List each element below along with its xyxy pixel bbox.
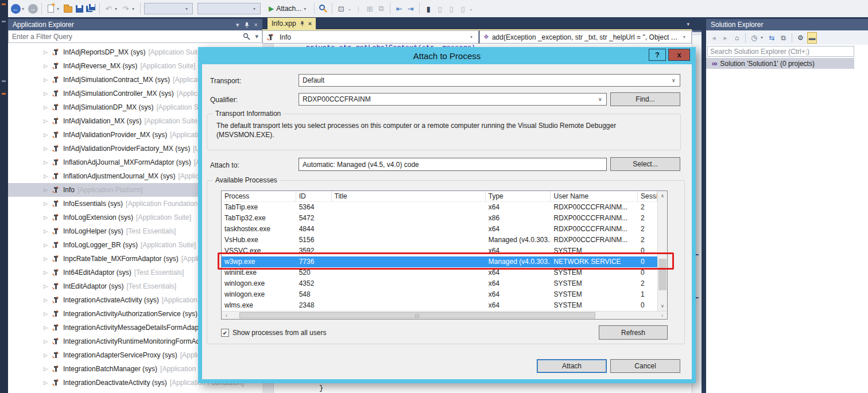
member-dropdown-caret-icon[interactable]: ▾: [683, 34, 688, 40]
expand-chevron-icon[interactable]: ▷: [44, 297, 52, 303]
start-debug-attach-button[interactable]: ▶ Attach... ▾: [266, 2, 311, 15]
scroll-right-icon[interactable]: ›: [657, 312, 667, 319]
back-button[interactable]: ◂: [709, 32, 719, 44]
expand-chevron-icon[interactable]: ▷: [44, 366, 52, 372]
expand-chevron-icon[interactable]: ▷: [44, 256, 52, 262]
expand-chevron-icon[interactable]: ▷: [44, 311, 52, 317]
expand-chevron-icon[interactable]: ▷: [44, 146, 52, 151]
new-item-button[interactable]: [45, 2, 56, 15]
process-row[interactable]: winlogon.exe4352x64SYSTEM2: [222, 278, 657, 289]
expand-chevron-icon[interactable]: ▷: [44, 63, 52, 69]
close-icon[interactable]: ×: [254, 21, 258, 28]
solution-search-box[interactable]: [707, 46, 854, 57]
transport-combobox[interactable]: Default ∨: [299, 74, 680, 87]
combo-caret-icon[interactable]: ∨: [672, 77, 676, 83]
redo-button[interactable]: ↷: [121, 2, 131, 15]
column-header-title[interactable]: Title: [332, 191, 486, 201]
window-layout-caret-icon[interactable]: ⌄: [347, 6, 352, 11]
checkbox-checked-icon[interactable]: ✔: [221, 329, 229, 337]
search-icon[interactable]: [243, 33, 250, 40]
navigate-back-caret-icon[interactable]: ▾: [22, 6, 26, 11]
application-explorer-titlebar[interactable]: Application Explorer ▾ ×: [8, 19, 262, 30]
preview-selected-items-toggle[interactable]: ▬: [807, 32, 817, 44]
show-all-users-checkbox-row[interactable]: ✔ Show processes from all users: [221, 329, 326, 337]
solution-search-input[interactable]: [710, 48, 851, 56]
process-row[interactable]: winlogon.exe548x64SYSTEM1: [222, 289, 657, 300]
undo-button[interactable]: ↶: [103, 2, 114, 15]
expand-chevron-icon[interactable]: ▷: [44, 77, 52, 83]
expand-chevron-icon[interactable]: ▷: [44, 132, 52, 138]
open-file-button[interactable]: [63, 2, 73, 15]
refresh-button[interactable]: Refresh: [599, 325, 668, 340]
table-horizontal-scrollbar[interactable]: ‹ ||| ›: [222, 311, 667, 319]
copy-button[interactable]: ⧉: [376, 2, 386, 15]
filter-caret-icon[interactable]: ▾: [761, 35, 765, 40]
expand-chevron-icon[interactable]: ▷: [44, 91, 52, 96]
column-header-id[interactable]: ID: [296, 191, 332, 201]
attach-caret-icon[interactable]: ▾: [304, 6, 308, 11]
expand-chevron-icon[interactable]: ▷: [44, 242, 52, 248]
collapse-all-button[interactable]: ⧉: [778, 32, 788, 44]
next-bookmark-button[interactable]: ▯: [446, 2, 456, 15]
redo-caret-icon[interactable]: ▾: [132, 6, 137, 11]
combo-caret-icon[interactable]: ∨: [598, 96, 603, 102]
pin-icon[interactable]: [244, 22, 250, 28]
forward-button[interactable]: ▸: [720, 32, 730, 44]
expand-chevron-icon[interactable]: ▷: [44, 104, 52, 110]
toolbar-drag-handle[interactable]: ⋮: [353, 2, 363, 15]
sync-with-active-document-button[interactable]: ⇆: [767, 32, 777, 44]
column-header-user-name[interactable]: User Name: [551, 191, 638, 201]
process-row[interactable]: wlms.exe2348x64SYSTEM0: [222, 300, 657, 311]
scroll-down-icon[interactable]: ∨: [658, 301, 667, 311]
dialog-close-button[interactable]: x: [668, 49, 690, 61]
find-in-files-button[interactable]: [318, 2, 328, 15]
splitter-handle[interactable]: [692, 30, 702, 35]
clear-bookmarks-button[interactable]: ▯: [458, 2, 468, 15]
member-dropdown[interactable]: ❖ add(Exception _exception, str _txt, st…: [479, 30, 692, 44]
solution-explorer-titlebar[interactable]: Solution Explorer: [706, 19, 868, 30]
expand-chevron-icon[interactable]: ▷: [44, 228, 52, 234]
expand-chevron-icon[interactable]: ▷: [44, 380, 52, 386]
window-position-caret-icon[interactable]: ▾: [236, 21, 239, 29]
home-button[interactable]: ⌂: [732, 32, 742, 44]
dialog-help-button[interactable]: ?: [649, 49, 666, 61]
attach-button[interactable]: Attach: [537, 359, 607, 373]
column-header-type[interactable]: Type: [486, 191, 551, 201]
expand-chevron-icon[interactable]: ▷: [44, 215, 52, 220]
scrollbar-thumb[interactable]: |||: [239, 312, 595, 318]
expand-chevron-icon[interactable]: ▷: [44, 270, 52, 275]
process-row[interactable]: taskhostex.exe4844x64RDXP00CCCFRAINM...2: [222, 224, 657, 235]
previous-bookmark-button[interactable]: ▯: [435, 2, 445, 15]
column-header-session[interactable]: Session: [638, 191, 657, 201]
close-tab-icon[interactable]: ×: [308, 20, 312, 27]
indent-increase-button[interactable]: ⇥: [405, 2, 416, 15]
properties-wrench-button[interactable]: ⚙: [796, 32, 805, 44]
table-vertical-scrollbar[interactable]: ∧ ∨: [657, 191, 667, 311]
expand-chevron-icon[interactable]: ▷: [44, 325, 52, 330]
search-options-caret-icon[interactable]: ▾: [255, 33, 258, 40]
window-layout-button[interactable]: ⊡: [336, 2, 346, 15]
expand-chevron-icon[interactable]: ▷: [44, 159, 52, 165]
scroll-left-icon[interactable]: ‹: [222, 312, 231, 319]
toolbar-combobox-2[interactable]: ▾: [197, 3, 261, 14]
expand-chevron-icon[interactable]: ▷: [44, 173, 52, 179]
toolbar-combobox-1[interactable]: ▾: [144, 3, 193, 14]
navigate-back-button[interactable]: ←: [10, 2, 21, 15]
scroll-up-icon[interactable]: ∧: [658, 191, 667, 201]
new-folder-button[interactable]: ⊞: [365, 2, 375, 15]
pin-icon[interactable]: [300, 21, 305, 26]
solution-node[interactable]: ∞ Solution 'Solution1' (0 projects): [706, 58, 854, 69]
new-item-caret-icon[interactable]: ▾: [57, 6, 61, 11]
type-dropdown[interactable]: Info ▾: [262, 30, 479, 44]
toolbar-overflow-icon[interactable]: ⌄: [469, 6, 474, 11]
undo-caret-icon[interactable]: ▾: [115, 6, 119, 11]
dialog-titlebar[interactable]: Attach to Process ? x: [198, 47, 696, 64]
toggle-bookmark-button[interactable]: ▮: [423, 2, 433, 15]
process-row[interactable]: VsHub.exe5156Managed (v4.0.303...RDXP00C…: [222, 235, 657, 246]
column-header-process[interactable]: Process: [222, 191, 296, 201]
save-all-button[interactable]: [86, 2, 96, 15]
expand-chevron-icon[interactable]: ▷: [44, 118, 52, 124]
expand-chevron-icon[interactable]: ▷: [44, 352, 52, 358]
process-row[interactable]: TabTip32.exe5472x86RDXP00CCCFRAINM...2: [222, 213, 657, 224]
indent-decrease-button[interactable]: ⇤: [394, 2, 404, 15]
